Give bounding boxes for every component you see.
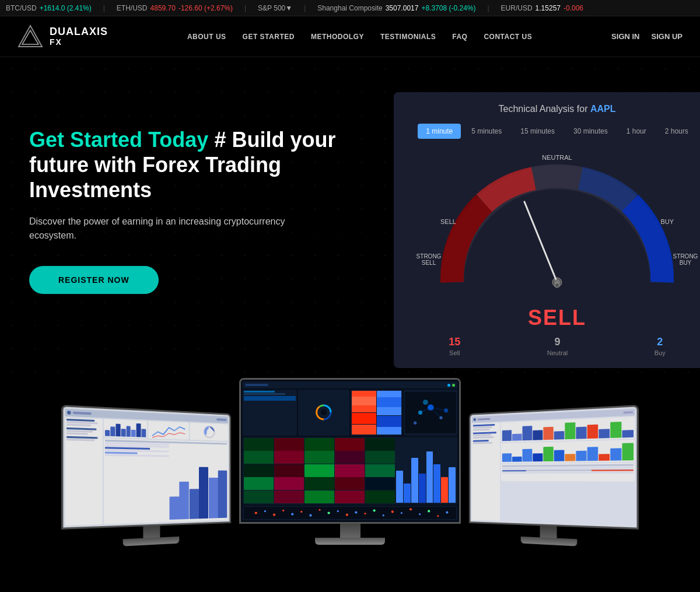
hero-headline: Get Started Today # Build your future wi… xyxy=(29,127,382,203)
logo[interactable]: DUALAXIS FX xyxy=(18,23,108,50)
ticker-item-btc: BTC/USD +1614.0 (2.41%) xyxy=(6,4,92,12)
ticker-item-eurusd: EUR/USD 1.15257 -0.006 xyxy=(501,4,583,12)
svg-point-14 xyxy=(422,400,428,405)
monitor-right xyxy=(469,405,639,549)
gauge-title-text: Technical Analysis for xyxy=(499,104,590,114)
svg-point-23 xyxy=(273,514,275,516)
nav-link-methodology[interactable]: METHODOLGY xyxy=(311,33,364,41)
svg-point-7 xyxy=(206,429,212,435)
ticker-label-eth: ETH/USD xyxy=(117,4,148,12)
gauge-buy-value: 2 xyxy=(654,336,666,348)
ticker-change-eth: -126.60 (+2.67%) xyxy=(178,4,233,12)
gauge-tab-30min[interactable]: 30 minutes xyxy=(565,124,616,139)
svg-point-27 xyxy=(309,514,312,517)
svg-point-22 xyxy=(264,510,266,512)
svg-point-16 xyxy=(414,421,416,424)
gauge-tabs: 1 minute 5 minutes 15 minutes 30 minutes… xyxy=(405,124,700,139)
gauge-title: Technical Analysis for AAPL xyxy=(405,104,700,114)
gauge-sell-value: 15 xyxy=(449,336,460,348)
monitor-screen-center xyxy=(241,380,459,522)
svg-point-24 xyxy=(282,510,284,512)
monitor-center xyxy=(239,378,461,545)
svg-point-32 xyxy=(355,511,357,513)
svg-rect-10 xyxy=(405,392,457,433)
gauge-tab-5min[interactable]: 5 minutes xyxy=(463,124,510,139)
svg-point-28 xyxy=(318,509,320,511)
ticker-label-shanghai: Shanghai Composite xyxy=(317,4,382,12)
svg-point-33 xyxy=(364,513,366,514)
gauge-ticker: AAPL xyxy=(590,104,616,114)
nav-link-contact[interactable]: CONTACT US xyxy=(484,33,532,41)
monitor-screen-left xyxy=(63,407,229,527)
nav-link-testimonials[interactable]: TESTIMONIALS xyxy=(380,33,436,41)
logo-name-top: DUALAXIS xyxy=(50,26,108,38)
gauge-result: SELL xyxy=(405,306,700,330)
gauge-tab-1hr[interactable]: 1 hour xyxy=(618,124,654,139)
monitor-stand-neck-center xyxy=(340,524,360,538)
nav-links: ABOUT US GET STARTED METHODOLGY TESTIMON… xyxy=(187,33,532,41)
ticker-label-eurusd: EUR/USD xyxy=(501,4,533,12)
svg-point-40 xyxy=(428,510,430,512)
nav-link-about[interactable]: ABOUT US xyxy=(187,33,226,41)
monitor-frame-center xyxy=(239,378,461,524)
svg-point-26 xyxy=(300,511,302,513)
gauge-neutral-label: NEUTRAL xyxy=(542,154,572,161)
gauge-widget: Technical Analysis for AAPL 1 minute 5 m… xyxy=(394,92,700,368)
svg-point-31 xyxy=(346,514,348,516)
gauge-strong-sell-label: STRONGSELL xyxy=(414,253,443,266)
gauge-stat-sell: 15 Sell xyxy=(449,336,460,356)
gauge-buy-label-text: Buy xyxy=(654,349,666,356)
gauge-neutral-value: 9 xyxy=(547,336,568,348)
svg-point-25 xyxy=(291,513,293,516)
gauge-sell-label-text: Sell xyxy=(449,349,460,356)
ticker-value-shanghai: 3507.0017 xyxy=(386,4,419,12)
svg-point-35 xyxy=(383,514,384,516)
ticker-value-eth: 4859.70 xyxy=(150,4,176,12)
svg-point-42 xyxy=(446,511,448,513)
monitor-frame-right xyxy=(469,405,639,530)
gauge-stat-buy: 2 Buy xyxy=(654,336,666,356)
svg-point-5 xyxy=(555,283,559,288)
svg-point-30 xyxy=(337,510,339,512)
hero-headline-accent: Get Started Today xyxy=(29,128,208,152)
ticker-item-sp500: S&P 500▼ xyxy=(258,4,292,12)
ticker-change-shanghai: +8.3708 (-0.24%) xyxy=(421,4,475,12)
gauge-svg-container: NEUTRAL SELL BUY STRONGSELL STRONGBUY xyxy=(405,148,700,300)
ticker-label-btc: BTC/USD xyxy=(6,4,37,12)
monitor-bezel-center xyxy=(241,522,459,524)
gauge-stat-neutral: 9 Neutral xyxy=(547,336,568,356)
signin-link[interactable]: SIGN IN xyxy=(611,32,639,41)
monitor-stand-base-center xyxy=(315,538,385,545)
svg-point-39 xyxy=(419,513,421,515)
svg-point-9 xyxy=(321,409,327,415)
svg-marker-1 xyxy=(22,30,38,44)
monitor-stand-base-left xyxy=(123,537,180,547)
nav-auth: SIGN IN SIGN UP xyxy=(611,32,682,41)
monitor-frame-left xyxy=(61,405,231,530)
monitor-left xyxy=(61,405,231,549)
gauge-svg xyxy=(423,148,691,294)
ticker-item-shanghai: Shanghai Composite 3507.0017 +8.3708 (-0… xyxy=(317,4,475,12)
gauge-neutral-label-text: Neutral xyxy=(547,349,568,356)
gauge-tab-2hr[interactable]: 2 hours xyxy=(657,124,696,139)
monitor-stand-neck-left xyxy=(143,526,160,538)
logo-text: DUALAXIS FX xyxy=(50,26,108,47)
ticker-change-eurusd: -0.006 xyxy=(564,4,583,12)
monitors-section xyxy=(0,384,700,568)
nav-link-faq[interactable]: FAQ xyxy=(452,33,467,41)
svg-point-41 xyxy=(437,515,439,517)
nav-link-getstarted[interactable]: GET STARTED xyxy=(243,33,295,41)
monitor-stand-neck-right xyxy=(540,526,557,538)
svg-point-37 xyxy=(401,512,402,514)
svg-point-21 xyxy=(255,512,257,514)
gauge-stats: 15 Sell 9 Neutral 2 Buy xyxy=(405,336,700,356)
hero-left: Get Started Today # Build your future wi… xyxy=(29,92,382,294)
signup-link[interactable]: SIGN UP xyxy=(652,32,682,41)
gauge-tab-15min[interactable]: 15 minutes xyxy=(512,124,563,139)
register-now-button[interactable]: REGISTER NOW xyxy=(29,266,159,294)
gauge-strong-buy-label: STRONGBUY xyxy=(671,253,700,266)
gauge-tab-1min[interactable]: 1 minute xyxy=(418,124,461,139)
hero-subtitle: Discover the power of earning in an incr… xyxy=(29,215,309,243)
svg-point-38 xyxy=(410,508,412,510)
monitor-stand-base-right xyxy=(521,537,578,547)
